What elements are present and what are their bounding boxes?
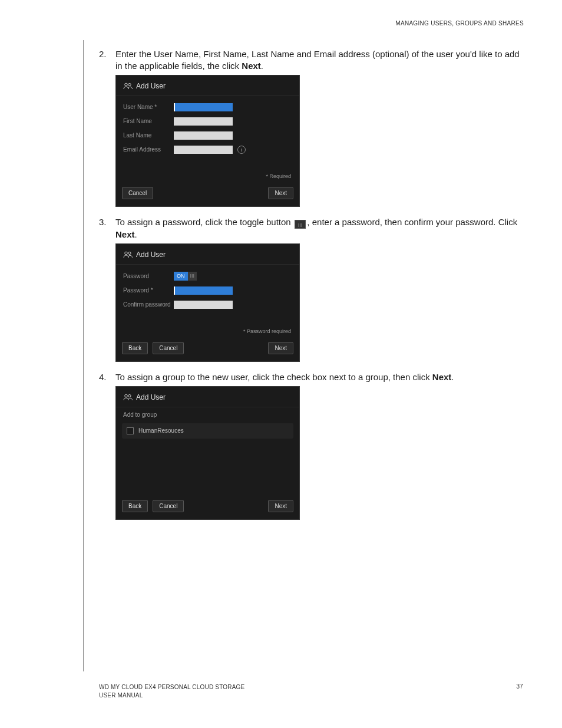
text: . bbox=[451, 372, 454, 382]
cancel-button[interactable]: Cancel bbox=[153, 342, 184, 355]
svg-point-2 bbox=[125, 252, 128, 255]
email-input[interactable] bbox=[174, 146, 233, 154]
dialog-title-row: Add User bbox=[116, 387, 299, 407]
step-text: Enter the User Name, First Name, Last Na… bbox=[115, 48, 523, 73]
dialog-title: Add User bbox=[136, 81, 166, 91]
toggle-on-label: ON bbox=[174, 272, 188, 281]
footer-line-1: WD MY CLOUD EX4 PERSONAL CLOUD STORAGE bbox=[99, 683, 244, 691]
back-button[interactable]: Back bbox=[122, 500, 148, 513]
users-icon bbox=[123, 251, 133, 258]
toggle-handle: III bbox=[188, 272, 197, 281]
label-email: Email Address bbox=[123, 146, 174, 154]
step-4: 4. To assign a group to the new user, cl… bbox=[99, 371, 523, 526]
page-header: MANAGING USERS, GROUPS AND SHARES bbox=[395, 20, 524, 27]
add-user-dialog-2: Add User Password ON III Password * bbox=[115, 243, 300, 363]
cancel-button[interactable]: Cancel bbox=[122, 187, 153, 200]
vertical-rule bbox=[83, 40, 84, 671]
info-icon[interactable]: i bbox=[237, 146, 246, 154]
bold-next: Next bbox=[242, 61, 261, 71]
back-button[interactable]: Back bbox=[122, 342, 148, 355]
text: To assign a group to the new user, click… bbox=[115, 372, 432, 382]
main-content: 2. Enter the User Name, First Name, Last… bbox=[99, 48, 523, 529]
password-toggle[interactable]: ON III bbox=[174, 272, 197, 281]
users-icon bbox=[123, 394, 133, 401]
label-confirm: Confirm password bbox=[123, 301, 174, 309]
step-text: To assign a group to the new user, click… bbox=[115, 371, 523, 383]
cancel-button[interactable]: Cancel bbox=[153, 500, 184, 513]
label-lastname: Last Name bbox=[123, 131, 174, 140]
svg-point-1 bbox=[128, 83, 131, 85]
svg-point-5 bbox=[128, 394, 131, 397]
dialog-title-row: Add User bbox=[116, 244, 299, 265]
text: . bbox=[135, 229, 137, 239]
step-3: 3. To assign a password, click the toggl… bbox=[99, 216, 523, 368]
group-list: HumanResouces bbox=[122, 423, 293, 439]
next-button[interactable]: Next bbox=[268, 500, 293, 513]
footer-line-2: USER MANUAL bbox=[99, 691, 244, 700]
dialog-title: Add User bbox=[136, 250, 166, 259]
page-number: 37 bbox=[516, 683, 523, 700]
users-icon bbox=[123, 83, 133, 90]
label-firstname: First Name bbox=[123, 117, 174, 126]
username-input[interactable] bbox=[174, 103, 233, 111]
toggle-handle: III bbox=[295, 220, 306, 229]
text: Enter the User Name, First Name, Last Na… bbox=[115, 49, 520, 71]
next-button[interactable]: Next bbox=[268, 342, 293, 355]
add-to-group-label: Add to group bbox=[116, 407, 299, 421]
label-password-toggle: Password bbox=[123, 272, 174, 281]
text: . bbox=[261, 61, 263, 71]
group-checkbox[interactable] bbox=[127, 427, 134, 434]
confirm-password-input[interactable] bbox=[174, 301, 233, 309]
page-footer: WD MY CLOUD EX4 PERSONAL CLOUD STORAGE U… bbox=[99, 683, 523, 700]
required-note: * Required bbox=[116, 163, 299, 182]
step-number: 2. bbox=[99, 48, 115, 213]
add-user-dialog-1: Add User User Name * First Name Last Nam… bbox=[115, 75, 300, 207]
lastname-input[interactable] bbox=[174, 131, 233, 140]
text: , enter a password, then confirm your pa… bbox=[307, 217, 517, 227]
step-number: 4. bbox=[99, 371, 115, 526]
group-name: HumanResouces bbox=[138, 427, 184, 435]
add-user-dialog-3: Add User Add to group HumanResouces Back… bbox=[115, 386, 300, 521]
toggle-icon: III bbox=[295, 220, 306, 229]
step-number: 3. bbox=[99, 216, 115, 368]
label-password: Password * bbox=[123, 286, 174, 295]
text: To assign a password, click the toggle b… bbox=[115, 217, 293, 227]
dialog-title-row: Add User bbox=[116, 75, 299, 96]
password-input[interactable] bbox=[174, 286, 233, 295]
dialog-title: Add User bbox=[136, 393, 166, 402]
group-item[interactable]: HumanResouces bbox=[122, 423, 293, 439]
bold-next: Next bbox=[432, 372, 452, 382]
svg-point-0 bbox=[125, 83, 128, 86]
bold-next: Next bbox=[115, 229, 135, 239]
firstname-input[interactable] bbox=[174, 117, 233, 126]
label-username: User Name * bbox=[123, 103, 174, 111]
required-note: * Password required bbox=[116, 318, 299, 337]
step-2: 2. Enter the User Name, First Name, Last… bbox=[99, 48, 523, 213]
svg-point-3 bbox=[128, 252, 131, 254]
next-button[interactable]: Next bbox=[268, 187, 293, 200]
step-text: To assign a password, click the toggle b… bbox=[115, 216, 523, 241]
svg-point-4 bbox=[125, 394, 128, 397]
